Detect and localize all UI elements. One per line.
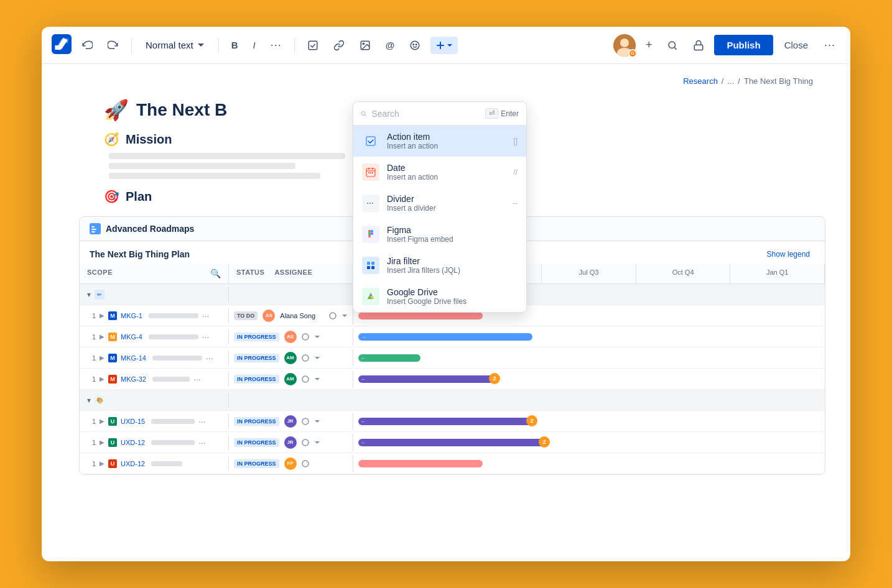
svg-rect-33 [371, 230, 373, 232]
enter-key: ⏎ [485, 108, 498, 119]
link-button[interactable] [328, 36, 350, 55]
search-button[interactable] [662, 36, 683, 55]
issue-key-mkg4[interactable]: MKG-4 [121, 333, 142, 341]
more-options-button[interactable]: ··· [819, 35, 840, 55]
more-format-button[interactable]: ··· [266, 35, 287, 55]
insert-plus-button[interactable] [430, 37, 458, 54]
toolbar-divider-3 [294, 38, 295, 53]
row-options-mkg14[interactable]: ··· [206, 353, 213, 363]
row-options-uxd12[interactable]: ··· [198, 438, 206, 448]
breadcrumb-ellipsis[interactable]: ... [727, 76, 734, 86]
svg-point-10 [669, 42, 676, 48]
svg-point-6 [416, 44, 417, 45]
svg-point-19 [302, 376, 309, 382]
dropdown-search-icon [361, 109, 366, 118]
col-status-label: Status [236, 269, 264, 276]
date-icon [362, 163, 379, 181]
issue-key-uxd15[interactable]: UXD-15 [121, 418, 145, 425]
google-drive-icon [362, 288, 379, 305]
status-badge-mkg1: TO DO [234, 311, 258, 320]
issue-key-uxd-last[interactable]: UXD-12 [121, 460, 145, 467]
row-fields-mkg4: IN PROGRESS AS [229, 328, 353, 346]
checkbox-button[interactable] [302, 36, 323, 55]
svg-point-18 [302, 355, 309, 361]
roadmap-title-label: The Next Big Thing Plan [90, 249, 190, 259]
undo-button[interactable] [77, 36, 98, 55]
svg-point-23 [361, 111, 365, 115]
mention-button[interactable]: @ [381, 36, 400, 54]
issue-title-bar-mkg1 [149, 313, 198, 318]
mission-emoji: 🧭 [104, 132, 119, 147]
emoji-button[interactable] [404, 36, 425, 55]
dropdown-item-jira-filter[interactable]: Jira filter Insert Jira filters (JQL) [353, 250, 526, 281]
svg-rect-32 [368, 230, 371, 232]
svg-point-3 [363, 43, 364, 44]
row-scope-uxd15: 1 ▶ U UXD-15 ··· [80, 414, 229, 429]
svg-point-16 [330, 313, 336, 319]
dropdown-item-date[interactable]: Date Insert an action // [353, 157, 526, 188]
issue-key-mkg14[interactable]: MKG-14 [121, 354, 146, 362]
breadcrumb-sep2: / [738, 76, 740, 86]
assignee-avatar-mkg32: AM [284, 373, 297, 385]
svg-rect-1 [309, 41, 317, 50]
show-legend-button[interactable]: Show legend [762, 247, 815, 261]
issue-title-bar-mkg14 [152, 356, 202, 361]
page-title[interactable]: The Next B [136, 100, 227, 120]
italic-button[interactable]: I [248, 36, 261, 54]
row-options-mkg4[interactable]: ··· [202, 332, 210, 342]
row-options-uxd15[interactable]: ··· [198, 416, 206, 426]
google-drive-subtitle: Insert Google Drive files [387, 297, 518, 306]
bar-badge-uxd15: 2 [526, 415, 537, 426]
row-scope-mkg32: 1 ▶ M MKG-32 ··· [80, 372, 229, 387]
dropdown-item-action-item[interactable]: Action item Insert an action [] [353, 126, 526, 157]
row-scope-uxd12: 1 ▶ U UXD-12 ··· [80, 435, 229, 450]
close-button[interactable]: Close [778, 36, 814, 54]
issue-key-uxd12[interactable]: UXD-12 [121, 439, 145, 446]
table-row: 1 ▶ U UXD-12 ··· IN PROGRESS JR [80, 432, 825, 453]
redo-button[interactable] [103, 36, 124, 55]
svg-rect-14 [91, 229, 96, 230]
dropdown-item-figma[interactable]: Figma Insert Figma embed [353, 219, 526, 250]
row-options-mkg1[interactable]: ··· [202, 311, 210, 321]
text-style-button[interactable]: Normal text [139, 36, 211, 54]
add-collaborator-button[interactable]: + [641, 35, 657, 55]
avatar-wrap[interactable]: G [613, 34, 636, 57]
dropdown-item-google-drive[interactable]: Google Drive Insert Google Drive files [353, 281, 526, 312]
publish-button[interactable]: Publish [714, 35, 773, 55]
breadcrumb: Research / ... / The Next Big Thing [67, 76, 825, 86]
row-options-mkg32[interactable]: ··· [193, 374, 201, 384]
issue-type-icon-mkg1: M [108, 311, 117, 320]
main-window: Normal text B I ··· @ [42, 27, 850, 561]
issue-title-bar-uxd12 [151, 440, 195, 445]
dropdown-item-divider[interactable]: Divider Insert a divider -- [353, 188, 526, 219]
row-timeline-uxd-last [353, 457, 825, 470]
svg-rect-35 [368, 235, 371, 237]
image-button[interactable] [355, 36, 376, 55]
row-timeline-mkg14: ← [353, 352, 825, 364]
lock-button[interactable] [688, 36, 709, 55]
issue-type-icon-mkg4: M [108, 333, 117, 341]
issue-key-mkg1[interactable]: MKG-1 [121, 312, 142, 319]
assignee-avatar-uxd15: JR [284, 415, 297, 428]
date-subtitle: Insert an action [387, 173, 506, 181]
issue-key-mkg32[interactable]: MKG-32 [121, 375, 146, 383]
row-fields-uxd-last: IN PROGRESS FP [229, 455, 353, 472]
bold-button[interactable]: B [226, 36, 243, 54]
scope-search-icon[interactable]: 🔍 [210, 269, 221, 278]
svg-rect-30 [372, 172, 373, 173]
issue-title-bar-mkg4 [149, 334, 198, 339]
avatar-badge: G [628, 49, 637, 58]
svg-rect-11 [695, 45, 704, 50]
svg-rect-13 [91, 226, 95, 227]
table-row: 1 ▶ U UXD-15 ··· IN PROGRESS JR [80, 411, 825, 432]
group-row-2: ▾ 🎨 [80, 390, 825, 411]
table-row: 1 ▶ M MKG-32 ··· IN PROGRESS AM [80, 369, 825, 390]
status-badge-uxd12: IN PROGRESS [234, 438, 279, 447]
gantt-bar-mkg4: ← [358, 333, 532, 341]
row-timeline-mkg4: ← [353, 331, 825, 343]
action-item-icon [362, 132, 379, 150]
confluence-logo[interactable] [52, 34, 72, 57]
breadcrumb-research[interactable]: Research [683, 76, 718, 86]
dropdown-search-input[interactable] [371, 109, 480, 119]
divider-shortcut: -- [513, 199, 518, 208]
